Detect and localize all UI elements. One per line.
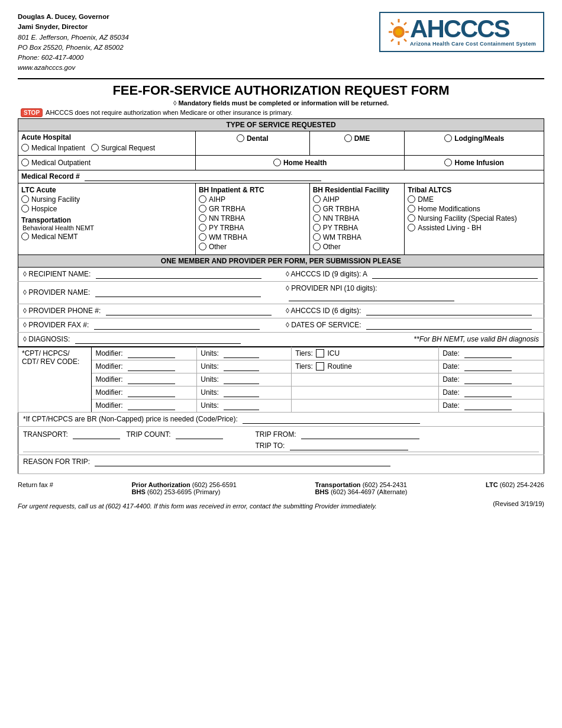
- provider-npi-field[interactable]: [289, 292, 454, 301]
- ahcccs-id-6-field[interactable]: [366, 307, 532, 315]
- medical-outpatient-option[interactable]: Medical Outpatient: [21, 159, 192, 167]
- bh-aihp-radio[interactable]: [199, 195, 206, 203]
- home-health-radio[interactable]: [273, 159, 281, 166]
- modifier-1-field[interactable]: [128, 349, 175, 358]
- medical-outpatient-radio[interactable]: [21, 159, 29, 166]
- date-2-field[interactable]: [464, 362, 512, 371]
- bh-wm-trbha-radio[interactable]: [199, 233, 206, 241]
- transport-row: TRANSPORT: TRIP COUNT: TRIP FROM:: [18, 426, 544, 455]
- home-health-option[interactable]: Home Health: [199, 159, 401, 167]
- svg-point-9: [395, 28, 402, 36]
- res-aihp-option[interactable]: AIHP: [313, 195, 402, 204]
- assisted-living-option[interactable]: Assisted Living - BH: [408, 224, 541, 232]
- bh-other-radio[interactable]: [199, 243, 206, 250]
- provider-fax-field[interactable]: [94, 321, 260, 330]
- hospice-option[interactable]: Hospice: [21, 205, 192, 213]
- nursing-facility-option[interactable]: Nursing Facility: [21, 195, 192, 204]
- lodging-radio[interactable]: [444, 134, 452, 142]
- trip-to-field[interactable]: [290, 442, 408, 450]
- bhs-primary-label: BHS: [132, 488, 146, 495]
- res-nn-trbha-option[interactable]: NN TRBHA: [313, 214, 402, 223]
- modifier-3-field[interactable]: [128, 375, 175, 384]
- trip-to-label: TRIP TO:: [255, 442, 285, 450]
- nursing-special-radio[interactable]: [408, 214, 415, 222]
- recipient-name-field[interactable]: [96, 270, 261, 279]
- surgical-request-option[interactable]: Surgical Request: [91, 144, 155, 152]
- trip-to-row: TRIP TO:: [255, 442, 539, 450]
- modifier-4-field[interactable]: [128, 388, 175, 397]
- dme-radio[interactable]: [344, 134, 352, 142]
- ahcccs-id-9-field[interactable]: [372, 270, 538, 279]
- ahcccs-id-9-label: ◊ AHCCCS ID (9 digits): A: [286, 270, 367, 278]
- date-1-field[interactable]: [464, 349, 512, 358]
- res-py-trbha-option[interactable]: PY TRBHA: [313, 224, 402, 232]
- bh-gr-trbha-option[interactable]: GR TRBHA: [199, 205, 306, 213]
- dates-of-service-field[interactable]: [366, 321, 532, 330]
- bh-other-label: Other: [209, 243, 227, 251]
- res-nn-trbha-radio[interactable]: [313, 214, 321, 222]
- tribal-dme-radio[interactable]: [408, 195, 415, 203]
- units-2-field[interactable]: [224, 362, 259, 371]
- trip-from-field[interactable]: [301, 430, 419, 439]
- cpt-note-field[interactable]: [243, 415, 420, 424]
- medical-record-field[interactable]: [85, 172, 321, 181]
- dme-option[interactable]: DME: [313, 134, 402, 143]
- medical-inpatient-option[interactable]: Medical Inpatient: [21, 144, 85, 152]
- modifier-5-field[interactable]: [128, 401, 175, 410]
- bh-wm-trbha-option[interactable]: WM TRBHA: [199, 233, 306, 241]
- units-1-field[interactable]: [224, 349, 259, 358]
- home-mod-option[interactable]: Home Modifications: [408, 205, 541, 213]
- tiers-1: Tiers: ICU: [292, 347, 439, 360]
- transport-table: TRANSPORT: TRIP COUNT: TRIP FROM:: [23, 429, 539, 452]
- units-4-field[interactable]: [224, 388, 259, 397]
- bh-nn-trbha-radio[interactable]: [199, 214, 206, 222]
- tiers-2-box[interactable]: [316, 362, 324, 371]
- surgical-request-radio[interactable]: [91, 144, 99, 152]
- bh-other-option[interactable]: Other: [199, 243, 306, 251]
- units-5-field[interactable]: [224, 401, 259, 410]
- units-3-field[interactable]: [224, 375, 259, 384]
- home-infusion-option[interactable]: Home Infusion: [408, 159, 541, 167]
- res-gr-trbha-radio[interactable]: [313, 205, 321, 212]
- provider-name-field[interactable]: [95, 288, 261, 297]
- bh-py-trbha-radio[interactable]: [199, 224, 206, 231]
- medical-nemt-option[interactable]: Medical NEMT: [21, 233, 192, 241]
- tiers-1-box[interactable]: [316, 349, 324, 357]
- dental-radio[interactable]: [237, 134, 244, 142]
- res-wm-trbha-option[interactable]: WM TRBHA: [313, 233, 402, 241]
- res-other-option[interactable]: Other: [313, 243, 402, 251]
- res-aihp-radio[interactable]: [313, 195, 321, 203]
- transport-field[interactable]: [73, 430, 120, 439]
- home-infusion-radio[interactable]: [444, 159, 452, 166]
- lodging-option[interactable]: Lodging/Meals: [408, 134, 541, 143]
- res-wm-trbha-radio[interactable]: [313, 233, 321, 241]
- bh-py-trbha-option[interactable]: PY TRBHA: [199, 224, 306, 232]
- diagnosis-field[interactable]: [75, 335, 241, 344]
- bh-aihp-option[interactable]: AIHP: [199, 195, 306, 204]
- res-py-trbha-radio[interactable]: [313, 224, 321, 231]
- date-3-field[interactable]: [464, 375, 512, 384]
- res-other-radio[interactable]: [313, 243, 321, 250]
- reason-field[interactable]: [95, 458, 390, 466]
- medical-nemt-radio[interactable]: [21, 233, 29, 240]
- date-5-field[interactable]: [464, 401, 512, 410]
- home-mod-radio[interactable]: [408, 205, 415, 212]
- director-name: Jami Snyder, Director: [18, 22, 129, 32]
- bh-gr-trbha-radio[interactable]: [199, 205, 206, 212]
- medical-inpatient-radio[interactable]: [21, 144, 29, 152]
- nursing-special-option[interactable]: Nursing Facility (Special Rates): [408, 214, 541, 223]
- date-4-field[interactable]: [464, 388, 512, 397]
- provider-phone-field[interactable]: [106, 307, 272, 315]
- hospice-radio[interactable]: [21, 205, 29, 212]
- res-gr-trbha-option[interactable]: GR TRBHA: [313, 205, 402, 213]
- bh-nn-trbha-option[interactable]: NN TRBHA: [199, 214, 306, 223]
- tiers-4-empty: [292, 386, 439, 399]
- modifier-2-field[interactable]: [128, 362, 175, 371]
- trip-count-field[interactable]: [176, 430, 223, 439]
- provider-npi-row: ◊ PROVIDER NPI (10 digits):: [281, 281, 544, 304]
- nursing-facility-radio[interactable]: [21, 195, 29, 203]
- date-2: Date:: [439, 360, 544, 373]
- dental-option[interactable]: Dental: [199, 134, 306, 143]
- tribal-dme-option[interactable]: DME: [408, 195, 541, 204]
- assisted-living-radio[interactable]: [408, 224, 415, 231]
